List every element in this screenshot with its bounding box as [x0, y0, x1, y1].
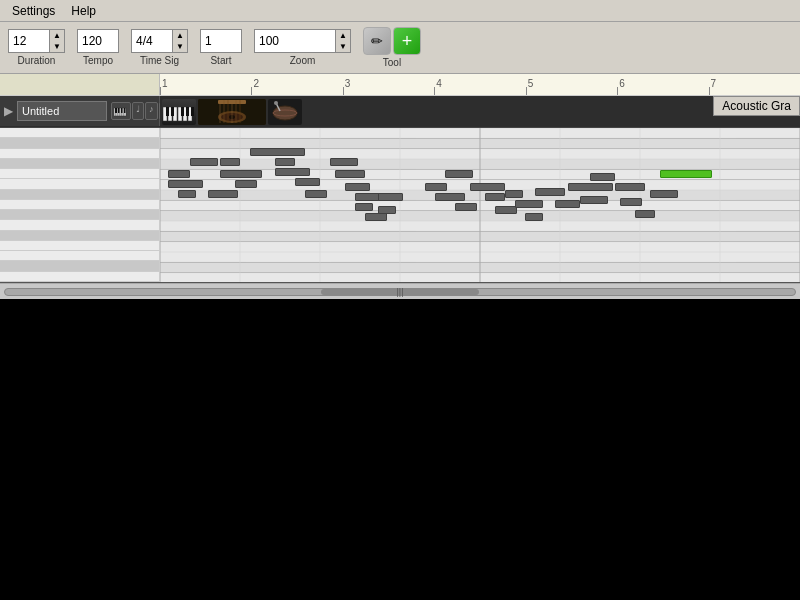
- note-block[interactable]: [365, 213, 387, 221]
- note-block[interactable]: [590, 173, 615, 181]
- timesig-buttons: ▲ ▼: [172, 30, 187, 52]
- note-block[interactable]: [168, 180, 203, 188]
- timesig-down[interactable]: ▼: [173, 41, 187, 52]
- zoom-spinner[interactable]: ▲ ▼: [254, 29, 351, 53]
- timesig-input[interactable]: [132, 30, 172, 52]
- drum-thumbnail[interactable]: [268, 99, 302, 125]
- note-block[interactable]: [580, 196, 608, 204]
- piano-key-row[interactable]: [0, 200, 159, 210]
- tempo-spinner[interactable]: [77, 29, 119, 53]
- pencil-tool-button[interactable]: ✏: [363, 27, 391, 55]
- note-block[interactable]: [378, 206, 396, 214]
- note-block[interactable]: [505, 190, 523, 198]
- duration-down[interactable]: ▼: [50, 41, 64, 52]
- note-grid[interactable]: [160, 128, 800, 282]
- scrollbar-track[interactable]: |||: [4, 288, 796, 296]
- zoom-input[interactable]: [255, 30, 335, 52]
- track-name-input[interactable]: [17, 101, 107, 121]
- piano-key-row[interactable]: [0, 128, 159, 138]
- ruler-tick: [617, 87, 618, 95]
- menu-settings[interactable]: Settings: [4, 2, 63, 20]
- note-block[interactable]: [445, 170, 473, 178]
- piano-key-row[interactable]: [0, 231, 159, 241]
- note-block[interactable]: [660, 170, 712, 178]
- note-block[interactable]: [220, 158, 240, 166]
- note-block[interactable]: [485, 193, 505, 201]
- note-block[interactable]: [620, 198, 642, 206]
- note-block[interactable]: [335, 170, 365, 178]
- piano-key-row[interactable]: [0, 190, 159, 200]
- note-block[interactable]: [568, 183, 613, 191]
- instrument-label: Acoustic Gra: [713, 96, 800, 116]
- note-block[interactable]: [535, 188, 565, 196]
- piano-key-row[interactable]: [0, 241, 159, 251]
- zoom-up[interactable]: ▲: [336, 30, 350, 41]
- note-icon[interactable]: ♩: [132, 102, 144, 120]
- tempo-input[interactable]: [78, 30, 118, 52]
- start-group: Start: [200, 29, 242, 66]
- note-block[interactable]: [425, 183, 447, 191]
- note-block[interactable]: [635, 210, 655, 218]
- note-block[interactable]: [435, 193, 465, 201]
- guitar-thumbnail[interactable]: [198, 99, 266, 125]
- note-block[interactable]: [515, 200, 543, 208]
- note-block[interactable]: [525, 213, 543, 221]
- note-block[interactable]: [250, 148, 305, 156]
- note-block[interactable]: [295, 178, 320, 186]
- note-block[interactable]: [305, 190, 327, 198]
- duration-up[interactable]: ▲: [50, 30, 64, 41]
- note-block[interactable]: [378, 193, 403, 201]
- note-block[interactable]: [178, 190, 196, 198]
- menu-help[interactable]: Help: [63, 2, 104, 20]
- note-block[interactable]: [345, 183, 370, 191]
- tempo-group: Tempo: [77, 29, 119, 66]
- timesig-spinner[interactable]: ▲ ▼: [131, 29, 188, 53]
- zoom-down[interactable]: ▼: [336, 41, 350, 52]
- piano-key-row[interactable]: [0, 179, 159, 189]
- ruler-label: 3: [345, 78, 351, 89]
- duration-input[interactable]: [9, 30, 49, 52]
- piano-key-row[interactable]: [0, 149, 159, 159]
- ruler-tick: [251, 87, 252, 95]
- note-block[interactable]: [555, 200, 580, 208]
- piano-key-row[interactable]: [0, 169, 159, 179]
- add-tool-button[interactable]: +: [393, 27, 421, 55]
- duration-group: ▲ ▼ Duration: [8, 29, 65, 66]
- note2-icon[interactable]: ♪: [145, 102, 158, 120]
- note-block[interactable]: [650, 190, 678, 198]
- timesig-up[interactable]: ▲: [173, 30, 187, 41]
- midi-icon[interactable]: [111, 102, 131, 120]
- scrollbar-thumb[interactable]: |||: [321, 289, 479, 295]
- note-block[interactable]: [275, 168, 310, 176]
- duration-spinner[interactable]: ▲ ▼: [8, 29, 65, 53]
- note-block[interactable]: [355, 203, 373, 211]
- svg-rect-21: [191, 107, 194, 116]
- track-expand-arrow[interactable]: ▶: [4, 104, 13, 118]
- piano-key-row[interactable]: [0, 251, 159, 261]
- start-input[interactable]: [201, 30, 241, 52]
- note-block[interactable]: [495, 206, 517, 214]
- note-block[interactable]: [220, 170, 262, 178]
- note-block[interactable]: [235, 180, 257, 188]
- note-block[interactable]: [168, 170, 190, 178]
- note-block[interactable]: [208, 190, 238, 198]
- note-block[interactable]: [455, 203, 477, 211]
- note-block[interactable]: [275, 158, 295, 166]
- svg-rect-19: [181, 107, 184, 116]
- start-spinner[interactable]: [200, 29, 242, 53]
- piano-keys-sidebar: [0, 128, 160, 282]
- note-block[interactable]: [470, 183, 505, 191]
- piano-thumbnail[interactable]: [162, 99, 196, 125]
- piano-key-row[interactable]: [0, 220, 159, 230]
- piano-key-row[interactable]: [0, 138, 159, 148]
- note-block[interactable]: [190, 158, 218, 166]
- ruler-label: 4: [436, 78, 442, 89]
- note-block[interactable]: [615, 183, 645, 191]
- piano-key-row[interactable]: [0, 272, 159, 282]
- note-block[interactable]: [330, 158, 358, 166]
- piano-key-row[interactable]: [0, 210, 159, 220]
- piano-key-row[interactable]: [0, 261, 159, 271]
- piano-key-row[interactable]: [0, 159, 159, 169]
- tool-group: ✏ + Tool: [363, 27, 421, 68]
- duration-label: Duration: [18, 55, 56, 66]
